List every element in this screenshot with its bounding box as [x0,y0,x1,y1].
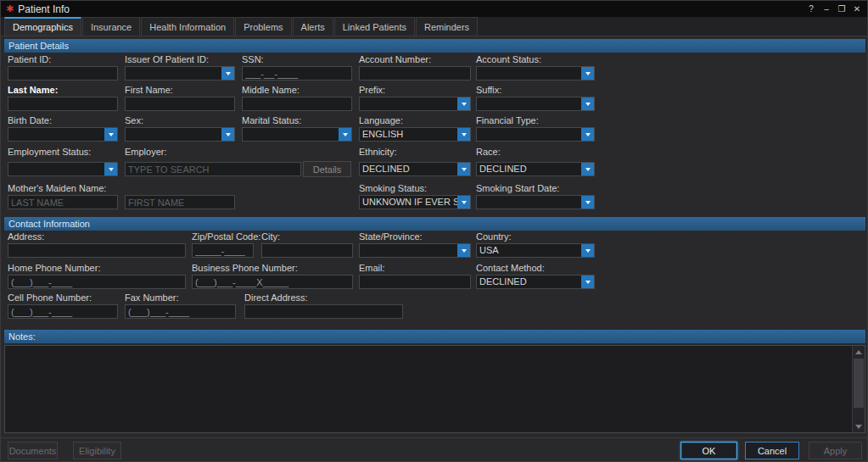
chevron-down-icon[interactable] [581,276,594,288]
suffix-label: Suffix: [476,85,595,96]
first-name-input[interactable] [125,97,235,111]
last-name-input[interactable] [8,97,118,111]
sex-value [126,128,221,141]
patient-id-input[interactable] [8,66,118,81]
tab-linked-patients[interactable]: Linked Patients [334,17,415,36]
middle-name-input[interactable] [242,97,352,111]
notes-area [4,345,865,433]
account-number-input[interactable] [359,66,471,81]
language-select[interactable]: ENGLISH [359,127,471,142]
account-status-select[interactable] [476,66,595,81]
notes-scrollbar[interactable] [852,346,865,432]
ok-button[interactable]: OK [680,442,737,459]
field-marital-status: Marital Status: [242,115,352,142]
country-select[interactable]: USA [476,243,595,258]
home-phone-input[interactable] [8,275,186,289]
tab-reminders[interactable]: Reminders [416,17,478,36]
chevron-down-icon[interactable] [457,163,470,175]
email-input[interactable] [359,275,471,289]
chevron-down-icon[interactable] [104,128,117,141]
field-address: Address: [8,231,186,258]
prefix-select[interactable] [359,97,471,111]
chevron-down-icon[interactable] [339,128,351,141]
chevron-down-icon[interactable] [221,67,234,80]
patient-details-header: Patient Details [4,39,865,53]
chevron-down-icon[interactable] [221,128,234,141]
birth-date-value [8,128,104,141]
chevron-down-icon[interactable] [457,196,470,209]
employer-search-input[interactable] [125,162,301,176]
account-status-label: Account Status: [476,54,595,65]
field-zip: Zip/Postal Code: [192,231,254,258]
chevron-down-icon[interactable] [581,244,594,257]
fax-input[interactable] [125,304,236,319]
employment-status-label: Employment Status: [8,147,118,158]
field-business-phone: Business Phone Number: [192,263,353,289]
contact-method-label: Contact Method: [476,263,595,274]
cell-phone-input[interactable] [8,304,118,319]
close-icon[interactable]: ✕ [849,3,865,15]
ethnicity-select[interactable]: DECLINED [359,162,471,176]
field-first-name: First Name: [125,85,235,111]
smoking-start-date-select[interactable] [476,195,595,209]
ethnicity-value: DECLINED [360,163,457,175]
apply-button: Apply [809,442,862,459]
field-financial-type: Financial Type: [476,115,595,142]
scroll-up-icon[interactable] [853,346,865,358]
minimize-icon[interactable]: – [819,3,834,15]
maximize-icon[interactable]: ❐ [834,3,849,15]
scroll-down-icon[interactable] [853,420,865,432]
notes-textarea[interactable] [5,346,852,432]
documents-button: Documents [8,442,58,459]
field-account-number: Account Number: [359,54,471,81]
tab-demographics[interactable]: Demographics [4,17,81,36]
chevron-down-icon[interactable] [581,67,594,80]
account-number-label: Account Number: [359,54,471,65]
city-input[interactable] [261,243,353,258]
contact-method-select[interactable]: DECLINED [476,275,595,289]
chevron-down-icon[interactable] [457,244,470,257]
scrollbar-thumb[interactable] [854,359,864,408]
tab-insurance[interactable]: Insurance [82,17,140,36]
email-label: Email: [359,263,471,274]
patient-info-dialog: ✱ Patient Info ? – ❐ ✕ Demographics Insu… [0,0,868,462]
direct-address-input[interactable] [244,304,403,319]
business-phone-input[interactable] [192,275,353,289]
field-direct-address: Direct Address: [244,292,403,319]
suffix-select[interactable] [476,97,595,111]
ssn-input[interactable] [242,66,352,81]
race-select[interactable]: DECLINED [476,162,595,176]
fax-label: Fax Number: [125,292,236,303]
chevron-down-icon[interactable] [457,128,470,141]
zip-input[interactable] [192,243,254,258]
chevron-down-icon[interactable] [581,196,594,209]
employment-status-select[interactable] [8,162,118,176]
employer-label: Employer: [125,147,301,158]
chevron-down-icon[interactable] [104,163,117,175]
marital-status-label: Marital Status: [242,115,352,126]
zip-label: Zip/Postal Code: [192,231,254,242]
smoking-status-select[interactable]: UNKNOWN IF EVER SMOK [359,195,471,209]
language-label: Language: [359,115,471,126]
state-select[interactable] [359,243,471,258]
mothers-maiden-first-name-input[interactable] [125,195,235,209]
marital-status-select[interactable] [242,127,352,142]
chevron-down-icon[interactable] [581,97,594,110]
mothers-maiden-last-name-input[interactable] [8,195,118,209]
race-value: DECLINED [477,163,581,175]
chevron-down-icon[interactable] [457,97,470,110]
cancel-button[interactable]: Cancel [745,442,799,459]
tab-health-information[interactable]: Health Information [141,17,234,36]
issuer-select[interactable] [125,66,235,81]
financial-type-select[interactable] [476,127,595,142]
chevron-down-icon[interactable] [581,128,594,141]
address-input[interactable] [8,243,186,258]
tab-problems[interactable]: Problems [235,17,291,36]
state-value [360,244,457,257]
tab-alerts[interactable]: Alerts [293,17,333,36]
sex-select[interactable] [125,127,235,142]
smoking-status-value: UNKNOWN IF EVER SMOK [360,196,457,209]
help-icon[interactable]: ? [804,3,819,15]
chevron-down-icon[interactable] [581,163,594,175]
birth-date-select[interactable] [8,127,118,142]
